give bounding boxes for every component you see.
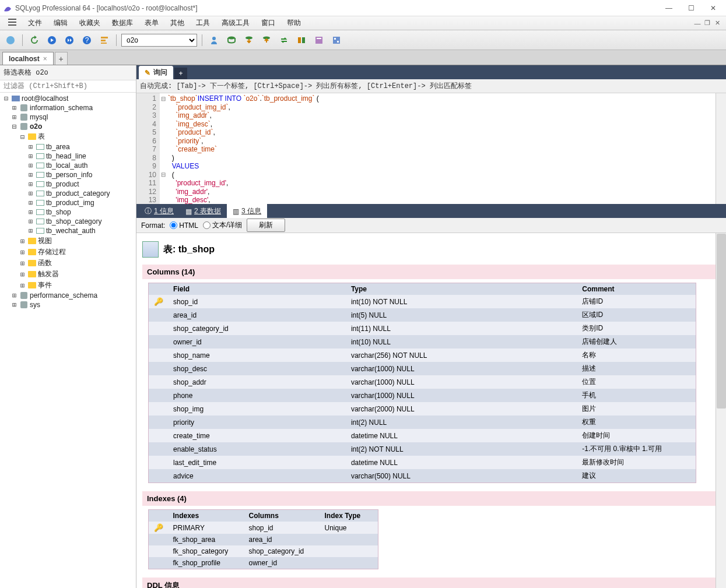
tree-root[interactable]: ⊟root@localhost [0, 94, 136, 103]
table-row: shop_imgvarchar(2000) NULL图片 [149, 402, 696, 416]
connection-tab-strip: localhost × + [0, 50, 726, 65]
tree-database[interactable]: ⊞mysql [0, 112, 136, 122]
menu-item[interactable]: 高级工具 [216, 16, 255, 30]
menu-item[interactable]: 工具 [190, 16, 216, 30]
ddl-section-header: DDL 信息 [142, 578, 720, 588]
menu-item[interactable]: 编辑 [48, 16, 73, 30]
tree-database-active[interactable]: ⊟o2o [0, 122, 136, 131]
svg-rect-16 [302, 37, 305, 43]
result-tab-info3[interactable]: ▥3 信息 [227, 204, 267, 218]
table-row: phonevarchar(1000) NULL手机 [149, 389, 696, 402]
menu-item[interactable]: 其他 [164, 16, 190, 30]
tree-folder[interactable]: ⊞视图 [0, 235, 136, 247]
editor-scrollbar[interactable] [716, 93, 726, 204]
new-connection-icon[interactable] [3, 33, 17, 47]
query-tab-strip: ✎ 询问 + [136, 65, 726, 79]
user-manager-icon[interactable] [207, 33, 221, 47]
tree-table[interactable]: ⊞tb_person_info [0, 170, 136, 179]
sql-editor[interactable]: 12345678910111213 ⊟⊟ `tb_shop`INSERT INT… [136, 93, 726, 204]
minimize-button[interactable]: — [658, 2, 679, 15]
menu-item[interactable]: 帮助 [281, 16, 307, 30]
tree-table[interactable]: ⊞tb_head_line [0, 152, 136, 161]
format-label: Format: [141, 221, 165, 230]
tree-table[interactable]: ⊞tb_product [0, 179, 136, 189]
svg-rect-22 [12, 96, 20, 101]
backup-icon[interactable] [225, 33, 239, 47]
execute-icon[interactable] [45, 33, 59, 47]
tree-table[interactable]: ⊞tb_local_auth [0, 161, 136, 170]
tree-folder[interactable]: ⊞触发器 [0, 269, 136, 280]
schema-sync-icon[interactable] [294, 33, 308, 47]
tree-folder[interactable]: ⊞事件 [0, 280, 136, 291]
format-html-radio[interactable]: HTML [170, 221, 198, 230]
execute-explain-icon[interactable]: ? [80, 33, 94, 47]
svg-point-3 [6, 36, 15, 44]
info-pane[interactable]: 表: tb_shop Columns (14) FieldTypeComment… [136, 233, 726, 588]
svg-rect-20 [334, 38, 336, 40]
result-tab-data[interactable]: ▦2 表数据 [180, 204, 227, 218]
sync-icon[interactable] [277, 33, 291, 47]
tree-table[interactable]: ⊞tb_product_img [0, 198, 136, 207]
tree-database[interactable]: ⊞performance_schema [0, 291, 136, 300]
tree-table[interactable]: ⊞tb_product_category [0, 189, 136, 198]
tree-table[interactable]: ⊞tb_shop_category [0, 217, 136, 226]
maximize-button[interactable]: ☐ [681, 2, 702, 15]
svg-point-12 [228, 36, 235, 39]
tree-folder[interactable]: ⊞存储过程 [0, 247, 136, 258]
menu-item[interactable]: 文件 [22, 16, 48, 30]
query-builder-icon[interactable] [312, 33, 326, 47]
tree-tables-folder[interactable]: ⊟表 [0, 131, 136, 142]
export-icon[interactable] [259, 33, 273, 47]
menu-item[interactable]: 数据库 [106, 16, 139, 30]
fold-column[interactable]: ⊟⊟ [160, 94, 167, 179]
format-text-radio[interactable]: 文本/详细 [203, 220, 242, 230]
svg-rect-18 [317, 38, 321, 39]
menu-icon[interactable] [2, 17, 22, 29]
info-title: 表: tb_shop [163, 244, 215, 256]
add-query-tab-button[interactable]: + [174, 68, 187, 79]
mdi-minimize-icon[interactable]: — [693, 19, 702, 27]
database-select[interactable]: o2o [121, 34, 197, 47]
schema-designer-icon[interactable] [329, 33, 343, 47]
table-row: shop_addrvarchar(1000) NULL位置 [149, 375, 696, 389]
format-sql-icon[interactable] [97, 33, 111, 47]
table-row: shop_category_idint(11) NULL类别ID [149, 322, 696, 335]
query-tab-label: 询问 [153, 68, 167, 78]
query-tab[interactable]: ✎ 询问 [139, 66, 173, 79]
result-tab-info1[interactable]: ⓘ1 信息 [139, 204, 180, 218]
table-row: last_edit_timedatetime NULL最新修改时间 [149, 456, 696, 469]
table-row: create_timedatetime NULL创建时间 [149, 429, 696, 442]
tree-folder[interactable]: ⊞函数 [0, 258, 136, 269]
connection-tab-localhost[interactable]: localhost × [2, 52, 54, 65]
menu-bar: 文件编辑收藏夹数据库表单其他工具高级工具窗口帮助 — ❐ ✕ [0, 16, 726, 30]
mdi-restore-icon[interactable]: ❐ [703, 19, 711, 27]
tree-database[interactable]: ⊞sys [0, 300, 136, 309]
execute-all-icon[interactable] [62, 33, 76, 47]
refresh-button[interactable]: 刷新 [247, 219, 285, 232]
info-scrollbar[interactable] [716, 233, 726, 588]
add-connection-tab-button[interactable]: + [55, 52, 68, 65]
import-icon[interactable] [242, 33, 256, 47]
menu-item[interactable]: 表单 [139, 16, 164, 30]
refresh-icon[interactable] [27, 33, 41, 47]
schema-tree[interactable]: ⊟root@localhost⊞information_schema⊞mysql… [0, 93, 136, 588]
tree-table[interactable]: ⊞tb_area [0, 142, 136, 152]
table-row: shop_namevarchar(256) NOT NULL名称 [149, 348, 696, 362]
filter-input[interactable] [0, 80, 136, 93]
close-button[interactable]: ✕ [703, 2, 724, 15]
svg-rect-0 [8, 19, 16, 20]
close-tab-icon[interactable]: × [43, 55, 47, 63]
menu-item[interactable]: 窗口 [255, 16, 281, 30]
tree-database[interactable]: ⊞information_schema [0, 103, 136, 112]
menu-item[interactable]: 收藏夹 [73, 16, 106, 30]
table-row: area_idint(5) NULL区域ID [149, 308, 696, 322]
format-bar: Format: HTML 文本/详细 刷新 [136, 218, 726, 233]
svg-rect-1 [8, 22, 16, 23]
tree-table[interactable]: ⊞tb_wechat_auth [0, 226, 136, 235]
mdi-close-icon[interactable]: ✕ [713, 19, 721, 27]
svg-rect-10 [101, 43, 107, 44]
result-tab-strip: ⓘ1 信息 ▦2 表数据 ▥3 信息 [136, 204, 726, 218]
editor-code[interactable]: ⊟⊟ `tb_shop`INSERT INTO `o2o`.`tb_produc… [160, 93, 716, 204]
svg-point-11 [212, 37, 216, 40]
tree-table[interactable]: ⊞tb_shop [0, 207, 136, 217]
